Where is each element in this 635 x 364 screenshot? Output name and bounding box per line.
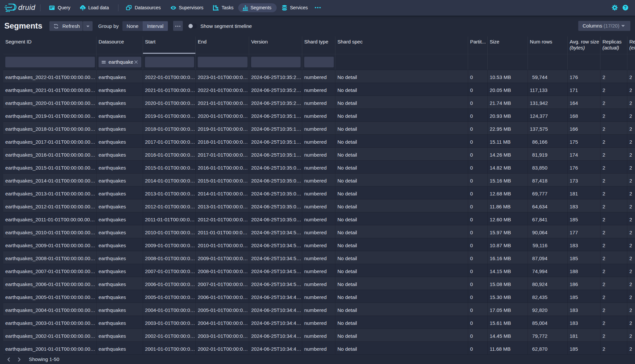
- svg-text:?: ?: [624, 5, 626, 10]
